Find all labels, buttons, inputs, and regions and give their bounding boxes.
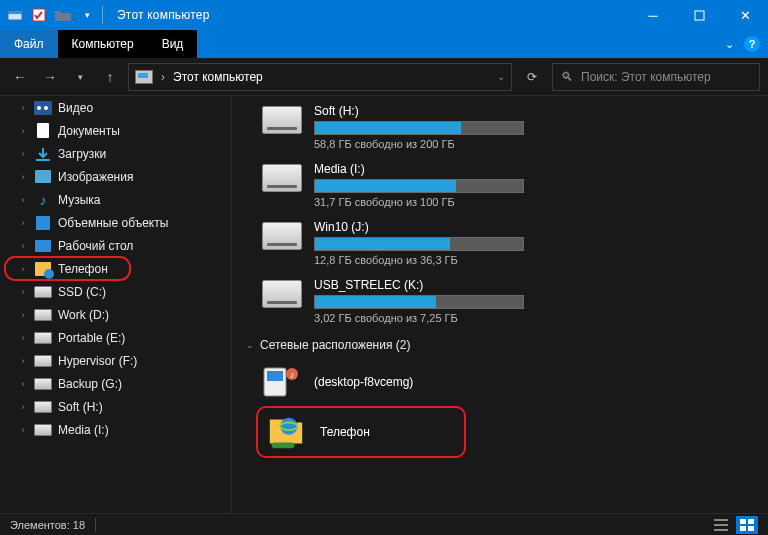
- tab-view[interactable]: Вид: [148, 30, 198, 58]
- explorer-icon: [6, 6, 24, 24]
- 3d-icon: [34, 215, 52, 231]
- breadcrumb[interactable]: Этот компьютер: [173, 70, 263, 84]
- drive-usage-bar: [314, 121, 524, 135]
- sidebar-item-portable-e-[interactable]: ›Portable (E:): [0, 326, 231, 349]
- sidebar-item-объемные-объекты[interactable]: ›Объемные объекты: [0, 211, 231, 234]
- svg-rect-16: [714, 524, 728, 526]
- sidebar-item-soft-h-[interactable]: ›Soft (H:): [0, 395, 231, 418]
- content-pane[interactable]: Soft (H:)58,8 ГБ свободно из 200 ГБMedia…: [232, 96, 768, 513]
- recent-dropdown[interactable]: ▾: [68, 65, 92, 89]
- down-icon: [34, 146, 52, 162]
- drive-free-text: 31,7 ГБ свободно из 100 ГБ: [314, 196, 738, 208]
- drive-item[interactable]: USB_STRELEC (K:)3,02 ГБ свободно из 7,25…: [232, 274, 768, 332]
- tab-file[interactable]: Файл: [0, 30, 58, 58]
- folder-icon[interactable]: [54, 6, 72, 24]
- address-bar[interactable]: › Этот компьютер ⌄: [128, 63, 512, 91]
- sidebar-item-label: SSD (C:): [58, 285, 106, 299]
- svg-rect-3: [695, 11, 704, 20]
- expand-icon[interactable]: ›: [18, 126, 28, 136]
- expand-icon[interactable]: ›: [18, 379, 28, 389]
- sidebar-item-документы[interactable]: ›Документы: [0, 119, 231, 142]
- drive-info: Win10 (J:)12,8 ГБ свободно из 36,3 ГБ: [314, 220, 768, 266]
- sidebar-item-видео[interactable]: ›Видео: [0, 96, 231, 119]
- sidebar-item-ssd-c-[interactable]: ›SSD (C:): [0, 280, 231, 303]
- drive-icon: [34, 284, 52, 300]
- network-item[interactable]: ♪(desktop-f8vcemg): [232, 358, 768, 406]
- back-button[interactable]: ←: [8, 65, 32, 89]
- tab-computer[interactable]: Компьютер: [58, 30, 148, 58]
- expand-icon[interactable]: ›: [18, 218, 28, 228]
- section-label: Сетевые расположения (2): [260, 338, 410, 352]
- svg-point-5: [37, 106, 41, 110]
- expand-icon[interactable]: ›: [18, 149, 28, 159]
- search-icon: 🔍︎: [561, 70, 573, 84]
- svg-rect-18: [740, 519, 746, 524]
- window-title: Этот компьютер: [117, 8, 210, 22]
- expand-icon[interactable]: ›: [18, 402, 28, 412]
- drive-item[interactable]: Win10 (J:)12,8 ГБ свободно из 36,3 ГБ: [232, 216, 768, 274]
- expand-icon[interactable]: ›: [18, 264, 28, 274]
- sidebar-item-телефон[interactable]: ›Телефон: [0, 257, 231, 280]
- drive-item[interactable]: Soft (H:)58,8 ГБ свободно из 200 ГБ: [232, 100, 768, 158]
- network-item-phone[interactable]: Телефон: [256, 406, 466, 458]
- sidebar-item-label: Документы: [58, 124, 120, 138]
- expand-icon[interactable]: ›: [18, 103, 28, 113]
- sidebar-item-label: Portable (E:): [58, 331, 125, 345]
- forward-button[interactable]: →: [38, 65, 62, 89]
- minimize-button[interactable]: ─: [630, 0, 676, 30]
- drive-icon: [34, 330, 52, 346]
- drive-name: Win10 (J:): [314, 220, 738, 234]
- expand-icon[interactable]: ›: [18, 310, 28, 320]
- maximize-button[interactable]: [676, 0, 722, 30]
- expand-icon[interactable]: ›: [18, 241, 28, 251]
- sidebar-item-hypervisor-f-[interactable]: ›Hypervisor (F:): [0, 349, 231, 372]
- sidebar-item-label: Изображения: [58, 170, 133, 184]
- sidebar-item-загрузки[interactable]: ›Загрузки: [0, 142, 231, 165]
- section-network-locations[interactable]: ⌄Сетевые расположения (2): [232, 332, 768, 358]
- sidebar-item-рабочий-стол[interactable]: ›Рабочий стол: [0, 234, 231, 257]
- search-input[interactable]: 🔍︎ Поиск: Этот компьютер: [552, 63, 760, 91]
- expand-icon[interactable]: ›: [18, 356, 28, 366]
- thispc-icon: [135, 70, 153, 84]
- expand-icon[interactable]: ›: [18, 195, 28, 205]
- svg-text:♪: ♪: [290, 370, 295, 380]
- sidebar-item-label: Рабочий стол: [58, 239, 133, 253]
- music-icon: ♪: [34, 192, 52, 208]
- sidebar-item-label: Media (I:): [58, 423, 109, 437]
- expand-icon[interactable]: ›: [18, 172, 28, 182]
- desk-icon: [34, 238, 52, 254]
- close-button[interactable]: ✕: [722, 0, 768, 30]
- status-divider: [95, 518, 96, 532]
- details-view-button[interactable]: [710, 516, 732, 534]
- refresh-button[interactable]: ⟳: [518, 63, 546, 91]
- pic-icon: [34, 169, 52, 185]
- sidebar-item-label: Soft (H:): [58, 400, 103, 414]
- drive-icon: [262, 222, 302, 250]
- sidebar-item-изображения[interactable]: ›Изображения: [0, 165, 231, 188]
- network-media-icon: ♪: [262, 364, 302, 400]
- navigation-pane[interactable]: ›Видео›Документы›Загрузки›Изображения›♪М…: [0, 96, 232, 513]
- properties-icon[interactable]: [30, 6, 48, 24]
- svg-rect-4: [34, 101, 52, 115]
- expand-ribbon-icon[interactable]: ⌄: [725, 38, 734, 51]
- sidebar-item-media-i-[interactable]: ›Media (I:): [0, 418, 231, 441]
- sidebar-item-музыка[interactable]: ›♪Музыка: [0, 188, 231, 211]
- expand-icon[interactable]: ›: [18, 287, 28, 297]
- drive-usage-bar: [314, 295, 524, 309]
- qat-dropdown-icon[interactable]: ▾: [78, 6, 96, 24]
- expand-icon[interactable]: ›: [18, 425, 28, 435]
- expand-icon[interactable]: ›: [18, 333, 28, 343]
- up-button[interactable]: ↑: [98, 65, 122, 89]
- tiles-view-button[interactable]: [736, 516, 758, 534]
- drive-info: USB_STRELEC (K:)3,02 ГБ свободно из 7,25…: [314, 278, 768, 324]
- breadcrumb-sep: ›: [161, 70, 165, 84]
- address-dropdown-icon[interactable]: ⌄: [497, 71, 505, 82]
- help-icon[interactable]: ?: [744, 36, 760, 52]
- drive-name: Media (I:): [314, 162, 738, 176]
- phone-icon: [34, 261, 52, 277]
- svg-rect-20: [740, 526, 746, 531]
- sidebar-item-label: Телефон: [58, 262, 108, 276]
- sidebar-item-work-d-[interactable]: ›Work (D:): [0, 303, 231, 326]
- sidebar-item-backup-g-[interactable]: ›Backup (G:): [0, 372, 231, 395]
- drive-item[interactable]: Media (I:)31,7 ГБ свободно из 100 ГБ: [232, 158, 768, 216]
